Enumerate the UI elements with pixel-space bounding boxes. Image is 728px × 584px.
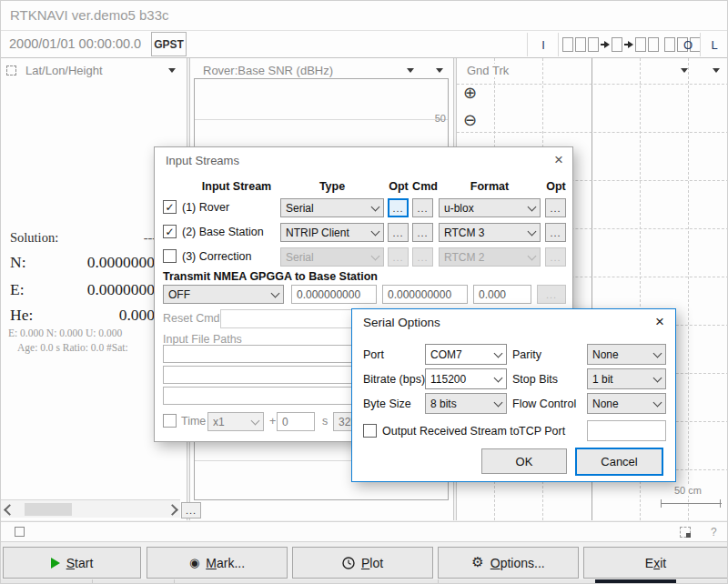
port-label: Port <box>363 348 384 361</box>
gndtrk-dropdown-icon-1[interactable] <box>681 68 688 73</box>
time-factor-combo[interactable]: x1 <box>207 412 264 431</box>
zoom-in-icon[interactable]: ⊕ <box>463 85 477 101</box>
stream-indicator-icon <box>588 37 599 52</box>
nmea-lon-field[interactable]: 0.000000000 <box>382 285 468 304</box>
panel-mode-icon[interactable] <box>6 65 16 76</box>
rover-checkbox[interactable]: ✓ <box>163 200 177 214</box>
taskbar-fragment <box>595 579 676 584</box>
stream-status-strip <box>562 36 692 53</box>
correction-cmd-button: ... <box>412 247 433 267</box>
serial-options-dialog: Serial Options × Port COM7 Parity None B… <box>351 308 676 482</box>
solution-panel-dropdown-icon[interactable] <box>168 68 176 73</box>
reset-cmd-label: Reset Cmd <box>163 312 220 325</box>
monitor-icon[interactable] <box>680 527 691 538</box>
nmea-mode-combo[interactable]: OFF <box>163 285 284 304</box>
byte-size-label: Byte Size <box>363 398 411 410</box>
nmea-lat-field[interactable]: 0.000000000 <box>291 285 377 304</box>
bitrate-combo[interactable]: 115200 <box>425 368 507 389</box>
solution-scrollbar[interactable] <box>1 499 180 518</box>
rtknavi-window: RTKNAVI ver.demo5 b33c 2000/01/01 00:00:… <box>0 0 728 584</box>
col-opt: Opt <box>388 180 410 193</box>
ok-button[interactable]: OK <box>481 448 567 474</box>
close-icon[interactable]: × <box>655 314 664 329</box>
scale-label: 50 cm <box>672 485 704 496</box>
nmea-height-field[interactable]: 0.000 <box>473 285 531 304</box>
stream-row-correction: (3) Correction Serial ... ... RTCM 2 ... <box>155 247 572 267</box>
flow-control-combo[interactable]: None <box>587 393 666 414</box>
col-opt2: Opt <box>544 180 568 193</box>
zoom-out-icon[interactable]: ⊖ <box>463 112 477 128</box>
base-label: (2) Base Station <box>182 226 264 238</box>
snr-dropdown-icon-1[interactable] <box>407 68 414 73</box>
scroll-left-icon[interactable] <box>4 504 15 516</box>
start-button-label: Start <box>66 556 94 570</box>
col-input-stream: Input Stream <box>191 180 282 193</box>
stream-indicator-icon <box>635 37 646 52</box>
time-system-button[interactable]: GPST <box>151 32 187 56</box>
col-format: Format <box>439 180 541 193</box>
flow-arrow-icon <box>601 41 610 48</box>
status-bar: ? <box>1 521 728 542</box>
help-button[interactable]: ? <box>711 526 717 539</box>
base-format-opt-button[interactable]: ... <box>545 223 566 242</box>
solution-more-button[interactable]: ... <box>181 502 201 519</box>
correction-checkbox[interactable] <box>163 249 177 263</box>
coord-n-value: 0.0000000 <box>1 253 155 272</box>
input-streams-button[interactable]: I <box>531 34 556 55</box>
close-icon[interactable]: × <box>554 152 563 167</box>
exit-button[interactable]: Exit <box>583 547 728 579</box>
port-combo[interactable]: COM7 <box>425 344 507 365</box>
gear-icon: ⚙ <box>471 556 483 569</box>
time-checkbox[interactable] <box>163 414 177 428</box>
plot-button[interactable]: Plot <box>292 547 433 579</box>
scroll-right-icon[interactable] <box>167 504 178 516</box>
col-cmd: Cmd <box>412 180 438 193</box>
exit-button-label: Exit <box>645 556 666 570</box>
start-button[interactable]: Start <box>3 547 141 579</box>
rover-type-combo[interactable]: Serial <box>280 198 384 217</box>
cancel-button[interactable]: Cancel <box>575 448 663 476</box>
rover-label: (1) Rover <box>182 201 229 214</box>
base-opt-button[interactable]: ... <box>388 223 409 242</box>
rover-format-combo[interactable]: u-blox <box>439 198 541 217</box>
log-streams-button[interactable]: L <box>703 34 725 55</box>
scrollbar-thumb[interactable] <box>25 503 72 516</box>
rover-cmd-button[interactable]: ... <box>412 198 433 217</box>
base-checkbox[interactable]: ✓ <box>163 225 177 238</box>
play-icon <box>51 558 60 569</box>
stream-indicator-icon <box>575 37 586 52</box>
options-button[interactable]: ⚙ Options... <box>438 547 579 579</box>
snr-dropdown-icon-2[interactable] <box>436 68 443 73</box>
time-label: Time <box>181 415 206 428</box>
base-type-combo[interactable]: NTRIP Client <box>280 223 384 242</box>
rover-opt-button[interactable]: ... <box>388 198 409 217</box>
stop-bits-combo[interactable]: 1 bit <box>587 368 666 389</box>
time-bar: 2000/01/01 00:00:00.0 GPST I O L <box>1 31 728 57</box>
serial-options-dialog-title: Serial Options <box>363 316 440 329</box>
gndtrk-dropdown-icon-2[interactable] <box>713 68 720 73</box>
stream-row-base: ✓ (2) Base Station NTRIP Client ... ... … <box>155 222 572 243</box>
time-display: 2000/01/01 00:00:00.0 <box>9 36 141 51</box>
solution-status-icon <box>15 527 25 537</box>
flow-control-label: Flow Control <box>512 398 576 410</box>
output-streams-button[interactable]: O <box>677 34 699 55</box>
age-ratio-text: Age: 0.0 s Ratio: 0.0 #Sat: <box>17 342 128 353</box>
correction-type-combo: Serial <box>280 247 384 267</box>
rover-format-opt-button[interactable]: ... <box>545 198 566 217</box>
base-cmd-button[interactable]: ... <box>412 223 433 242</box>
time-sec-label: s <box>322 415 328 428</box>
tcp-output-checkbox[interactable] <box>363 424 377 438</box>
time-offset-field[interactable]: 0 <box>277 412 315 431</box>
correction-format-combo: RTCM 2 <box>439 247 541 267</box>
correction-format-opt-button: ... <box>545 247 566 267</box>
title-bar: RTKNAVI ver.demo5 b33c <box>1 1 728 30</box>
window-title: RTKNAVI ver.demo5 b33c <box>10 7 169 23</box>
base-format-combo[interactable]: RTCM 3 <box>439 223 541 242</box>
stream-indicator-icon <box>664 37 675 52</box>
options-button-label: Options... <box>490 556 545 570</box>
byte-size-combo[interactable]: 8 bits <box>425 393 507 414</box>
mark-button[interactable]: ◉ Mark... <box>147 547 288 579</box>
bottom-edge-strip <box>1 579 728 584</box>
tcp-port-field[interactable] <box>587 420 666 441</box>
parity-combo[interactable]: None <box>587 344 666 365</box>
